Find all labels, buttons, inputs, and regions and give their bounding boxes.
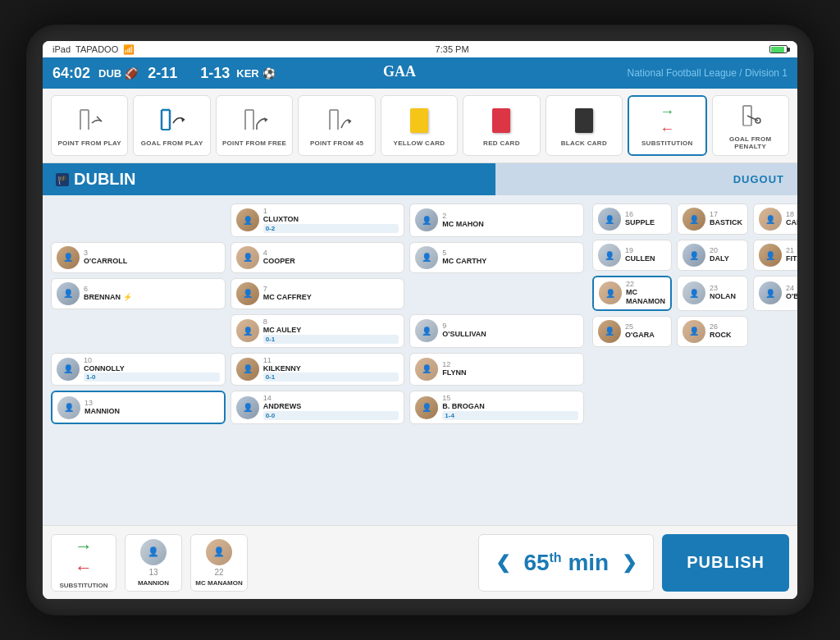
player-number-6: 6 xyxy=(84,286,220,293)
player-card-1[interactable]: 👤 1 CLUXTON 0-2 xyxy=(231,203,405,237)
player-avatar-2: 👤 xyxy=(415,208,438,231)
team-header: 🏴 DUBLIN DUGOUT xyxy=(43,163,797,195)
bench-card-24[interactable]: 👤 24 O'BRIEN xyxy=(753,276,797,311)
bench-avatar-25: 👤 xyxy=(598,320,621,343)
player-card-12[interactable]: 👤 12 FLYNN xyxy=(409,353,584,386)
player-card-9[interactable]: 👤 9 O'SULLIVAN xyxy=(409,314,584,348)
bottom-name-mcmanamon: MC MANAMON xyxy=(195,579,242,587)
bench-card-23[interactable]: 👤 23 NOLAN xyxy=(677,276,748,311)
bench-info-16: 16 SUPPLE xyxy=(625,211,666,227)
ipad-frame: iPad TAPADOO 📶 7:35 PM 64:02 DUB 🏈 2-11 … xyxy=(26,25,814,615)
player-name-9: O'SULLIVAN xyxy=(442,330,578,339)
player-info-8: 8 MC AULEY 0-1 xyxy=(263,318,399,344)
bench-card-16[interactable]: 👤 16 SUPPLE xyxy=(592,203,672,235)
bench-card-22[interactable]: 👤 22 MC MANAMON xyxy=(592,276,672,311)
sub-arrow-in: → xyxy=(660,103,674,121)
substitution-btn[interactable]: → ← SUBSTITUTION xyxy=(628,95,706,156)
minute-increase-btn[interactable]: ❯ xyxy=(622,552,637,574)
player-card-10[interactable]: 👤 10 CONNOLLY 1-0 xyxy=(51,353,226,386)
player-name-1: CLUXTON xyxy=(263,215,399,224)
player-info-12: 12 FLYNN xyxy=(442,361,578,377)
player-avatar-12: 👤 xyxy=(415,358,438,381)
player-card-7[interactable]: 👤 7 MC CAFFREY xyxy=(231,278,405,309)
player-info-6: 6 BRENNAN ⚡ xyxy=(84,286,220,302)
bench-card-19[interactable]: 👤 19 CULLEN xyxy=(592,240,672,271)
point-from-45-icon xyxy=(321,105,354,136)
player-card-3[interactable]: 👤 3 O'CARROLL xyxy=(51,242,226,273)
player-avatar-1: 👤 xyxy=(236,208,259,231)
minute-suffix: th xyxy=(550,550,562,564)
network-label: TAPADOO xyxy=(75,44,118,54)
black-card-icon xyxy=(568,105,600,136)
svg-text:🏴: 🏴 xyxy=(57,175,68,185)
player-card-14[interactable]: 👤 14 ANDREWS 0-0 xyxy=(231,391,405,424)
player-info-3: 3 O'CARROLL xyxy=(84,249,220,266)
publish-button[interactable]: PUBLISH xyxy=(662,534,789,592)
player-number-1: 1 xyxy=(263,208,399,215)
bench-card-20[interactable]: 👤 20 DALY xyxy=(677,240,748,271)
player-card-11[interactable]: 👤 11 KILKENNY 0-1 xyxy=(231,353,405,386)
player-number-14: 14 xyxy=(263,395,399,402)
point-from-45-btn[interactable]: POINT FROM 45 xyxy=(298,95,375,156)
player-number-12: 12 xyxy=(442,361,578,368)
bench-info-23: 23 NOLAN xyxy=(710,285,742,301)
bench-card-25[interactable]: 👤 25 O'GARA xyxy=(592,316,672,347)
red-card-btn[interactable]: RED CARD xyxy=(463,95,540,156)
player-info-5: 5 MC CARTHY xyxy=(442,249,578,266)
player-name-12: FLYNN xyxy=(442,368,578,377)
player-card-6[interactable]: 👤 6 BRENNAN ⚡ xyxy=(51,278,226,309)
league-label: National Football League / Division 1 xyxy=(628,67,788,79)
player-card-2[interactable]: 👤 2 MC MAHON xyxy=(409,203,584,237)
goal-from-play-btn[interactable]: GOAL FROM PLAY xyxy=(133,95,210,156)
bottom-player-mannion[interactable]: 👤 13 MANNION xyxy=(125,534,182,592)
bottom-num-mcmanamon: 22 xyxy=(214,568,223,577)
goal-from-penalty-btn[interactable]: GOAL FROM PENALTY xyxy=(712,95,789,156)
player-card-15[interactable]: 👤 15 B. BROGAN 1-4 xyxy=(409,391,584,424)
player-number-11: 11 xyxy=(263,357,399,364)
yellow-card-icon xyxy=(403,105,436,136)
minute-decrease-btn[interactable]: ❮ xyxy=(495,552,510,574)
player-number-8: 8 xyxy=(263,318,399,326)
player-score-1: 0-2 xyxy=(263,224,399,233)
bench-name-19: CULLEN xyxy=(625,254,666,263)
bottom-sub-arrows: → ← xyxy=(75,536,93,578)
player-name-6: BRENNAN ⚡ xyxy=(84,293,220,302)
bench-name-23: NOLAN xyxy=(710,292,742,301)
player-info-13: 13 MANNION xyxy=(84,400,219,416)
away-score: 1-13 xyxy=(200,65,230,82)
player-name-4: COOPER xyxy=(263,257,399,266)
bench-number-19: 19 xyxy=(625,247,666,254)
player-card-4[interactable]: 👤 4 COOPER xyxy=(231,242,405,273)
point-from-play-icon xyxy=(73,105,106,136)
player-name-15: B. BROGAN xyxy=(442,402,578,411)
bench-card-21[interactable]: 👤 21 FITZSIMONS xyxy=(753,240,797,271)
bench-number-20: 20 xyxy=(710,247,742,254)
bottom-player-mcmanamon[interactable]: 👤 22 MC MANAMON xyxy=(190,534,248,592)
yellow-card-btn[interactable]: YELLOW CARD xyxy=(381,95,458,156)
wifi-icon: 📶 xyxy=(123,44,135,55)
bench-name-24: O'BRIEN xyxy=(786,292,797,301)
player-avatar-3: 👤 xyxy=(57,246,80,269)
bench-info-24: 24 O'BRIEN xyxy=(786,285,797,301)
player-card-13[interactable]: 👤 13 MANNION xyxy=(51,391,226,424)
svg-text:GAA: GAA xyxy=(383,63,416,80)
home-team: DUB xyxy=(98,67,121,80)
bench-card-17[interactable]: 👤 17 BASTICK xyxy=(677,203,748,235)
bench-info-17: 17 BASTICK xyxy=(710,211,742,227)
point-from-play-btn[interactable]: POINT FROM PLAY xyxy=(51,95,128,156)
player-card-8[interactable]: 👤 8 MC AULEY 0-1 xyxy=(231,314,405,348)
score-bar: 64:02 DUB 🏈 2-11 1-13 KER ⚽ GAA National… xyxy=(43,57,797,89)
bench-card-26[interactable]: 👤 26 ROCK xyxy=(677,316,748,347)
black-card-btn[interactable]: BLACK CARD xyxy=(546,95,623,156)
player-avatar-13: 👤 xyxy=(57,396,80,419)
bench-name-21: FITZSIMONS xyxy=(786,254,797,263)
player-name-2: MC MAHON xyxy=(442,220,578,229)
bench-number-18: 18 xyxy=(786,211,797,218)
player-score-14: 0-0 xyxy=(263,411,399,420)
player-card-5[interactable]: 👤 5 MC CARTHY xyxy=(409,242,584,273)
svg-marker-13 xyxy=(264,117,267,122)
bench-card-18[interactable]: 👤 18 CARTHY xyxy=(753,203,797,235)
bench-avatar-19: 👤 xyxy=(598,244,621,267)
point-from-free-btn[interactable]: POINT FROM FREE xyxy=(216,95,293,156)
player-number-4: 4 xyxy=(263,249,399,257)
